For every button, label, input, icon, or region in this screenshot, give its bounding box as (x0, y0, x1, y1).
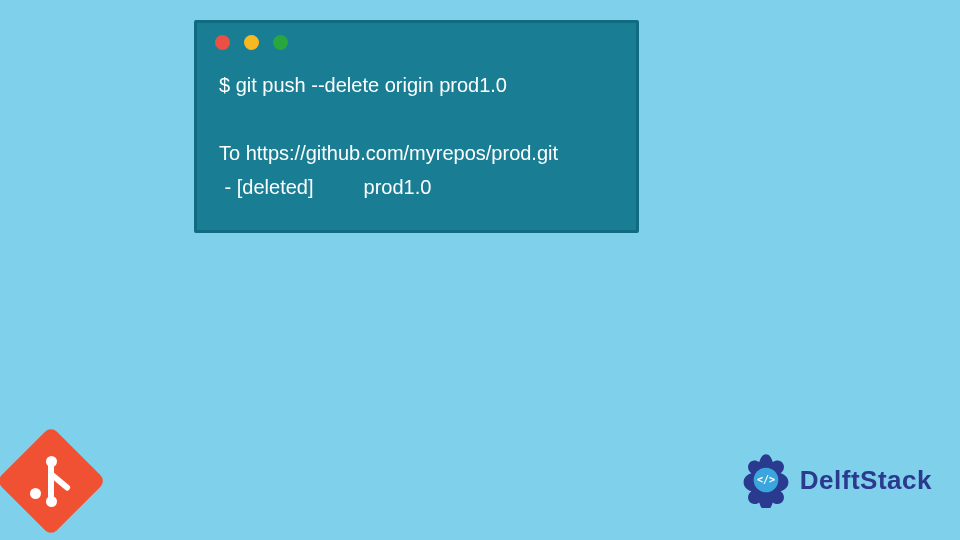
maximize-icon[interactable] (273, 35, 288, 50)
git-icon (0, 426, 106, 536)
svg-text:</>: </> (757, 474, 775, 485)
brand-name: DelftStack (800, 465, 932, 496)
terminal-window: $ git push --delete origin prod1.0 To ht… (194, 20, 639, 233)
page: $ git push --delete origin prod1.0 To ht… (0, 0, 960, 540)
window-titlebar (197, 23, 636, 54)
brand-badge: </> DelftStack (738, 452, 932, 508)
terminal-line: $ git push --delete origin prod1.0 (219, 74, 507, 96)
terminal-output: $ git push --delete origin prod1.0 To ht… (197, 54, 636, 212)
close-icon[interactable] (215, 35, 230, 50)
content-canvas: $ git push --delete origin prod1.0 To ht… (0, 0, 960, 540)
terminal-line: To https://github.com/myrepos/prod.git (219, 142, 558, 164)
minimize-icon[interactable] (244, 35, 259, 50)
delftstack-logo-icon: </> (738, 452, 794, 508)
terminal-line: - [deleted] prod1.0 (219, 176, 431, 198)
